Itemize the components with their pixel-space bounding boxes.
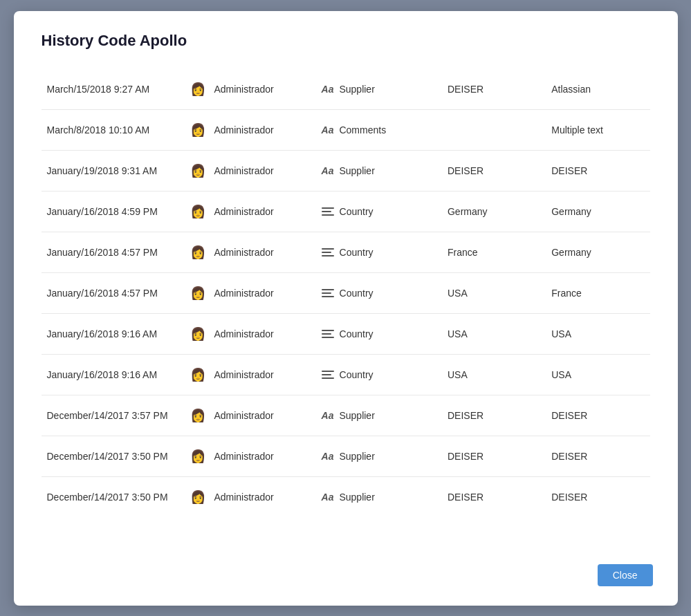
user-name: Administrador	[214, 492, 273, 503]
to-value: USA	[546, 313, 649, 354]
table-row: January/16/2018 4:57 PM 👩 Administrador …	[42, 232, 650, 272]
user-cell: 👩 Administrador	[182, 313, 315, 354]
user-cell: 👩 Administrador	[182, 69, 315, 110]
field-cell: Aa Supplier	[316, 69, 442, 110]
field-cell: Country	[316, 272, 442, 313]
date-cell: December/14/2017 3:50 PM	[42, 476, 183, 517]
date-cell: March/8/2018 10:10 AM	[42, 109, 183, 150]
avatar: 👩	[187, 405, 208, 426]
user-cell: 👩 Administrador	[182, 191, 315, 232]
table-row: December/14/2017 3:50 PM 👩 Administrador…	[42, 436, 650, 476]
user-name: Administrador	[214, 288, 273, 299]
list-field-icon	[322, 330, 334, 338]
from-value: DEISER	[442, 436, 546, 476]
field-label: Country	[340, 369, 374, 380]
from-value: DEISER	[442, 150, 546, 191]
table-row: March/8/2018 10:10 AM 👩 Administrador Aa…	[42, 109, 650, 150]
to-value: DEISER	[546, 436, 649, 476]
history-modal: History Code Apollo March/15/2018 9:27 A…	[14, 11, 678, 606]
field-cell: Aa Supplier	[316, 476, 442, 517]
user-name: Administrador	[214, 451, 273, 462]
table-row: March/15/2018 9:27 AM 👩 Administrador Aa…	[42, 69, 650, 110]
avatar: 👩	[187, 79, 208, 100]
from-value: France	[442, 232, 546, 272]
text-field-icon: Aa	[322, 410, 334, 421]
table-row: January/19/2018 9:31 AM 👩 Administrador …	[42, 150, 650, 191]
from-value: Germany	[442, 191, 546, 232]
date-cell: January/16/2018 9:16 AM	[42, 313, 183, 354]
text-field-icon: Aa	[322, 492, 334, 503]
avatar: 👩	[187, 242, 208, 263]
avatar: 👩	[187, 446, 208, 467]
date-cell: January/16/2018 4:59 PM	[42, 191, 183, 232]
date-cell: January/16/2018 4:57 PM	[42, 272, 183, 313]
from-value: DEISER	[442, 476, 546, 517]
date-cell: January/16/2018 4:57 PM	[42, 232, 183, 272]
field-label: Country	[340, 328, 374, 339]
avatar: 👩	[187, 487, 208, 507]
from-value: DEISER	[442, 395, 546, 436]
to-value: Atlassian	[546, 69, 649, 110]
user-cell: 👩 Administrador	[182, 232, 315, 272]
to-value: Germany	[546, 232, 649, 272]
to-value: DEISER	[546, 476, 649, 517]
text-field-icon: Aa	[322, 124, 334, 136]
field-cell: Aa Supplier	[316, 436, 442, 476]
avatar: 👩	[187, 324, 208, 344]
field-cell: Aa Supplier	[316, 150, 442, 191]
text-field-icon: Aa	[322, 84, 334, 95]
date-cell: January/16/2018 9:16 AM	[42, 354, 183, 395]
user-cell: 👩 Administrador	[182, 354, 315, 395]
close-button[interactable]: Close	[598, 564, 653, 586]
user-cell: 👩 Administrador	[182, 272, 315, 313]
table-row: January/16/2018 9:16 AM 👩 Administrador …	[42, 354, 650, 395]
field-cell: Country	[316, 313, 442, 354]
avatar: 👩	[187, 364, 208, 385]
history-table: March/15/2018 9:27 AM 👩 Administrador Aa…	[42, 69, 650, 517]
to-value: USA	[546, 354, 649, 395]
user-cell: 👩 Administrador	[182, 436, 315, 476]
from-value: USA	[442, 272, 546, 313]
field-label: Supplier	[339, 410, 374, 421]
to-value: Multiple text	[546, 109, 649, 150]
table-row: January/16/2018 9:16 AM 👩 Administrador …	[42, 313, 650, 354]
table-row: December/14/2017 3:57 PM 👩 Administrador…	[42, 395, 650, 436]
field-cell: Aa Supplier	[316, 395, 442, 436]
user-name: Administrador	[214, 247, 273, 258]
from-value	[442, 109, 546, 150]
avatar: 👩	[187, 120, 208, 140]
field-cell: Country	[316, 232, 442, 272]
field-label: Supplier	[339, 492, 374, 503]
user-name: Administrador	[214, 328, 273, 339]
to-value: DEISER	[546, 150, 649, 191]
table-row: January/16/2018 4:59 PM 👩 Administrador …	[42, 191, 650, 232]
avatar: 👩	[187, 283, 208, 304]
avatar: 👩	[187, 160, 208, 181]
user-name: Administrador	[214, 410, 273, 421]
user-name: Administrador	[214, 124, 273, 136]
list-field-icon	[322, 207, 334, 216]
user-name: Administrador	[214, 84, 273, 95]
field-label: Country	[340, 206, 374, 217]
list-field-icon	[322, 248, 334, 256]
from-value: USA	[442, 354, 546, 395]
user-cell: 👩 Administrador	[182, 395, 315, 436]
list-field-icon	[322, 289, 334, 297]
field-cell: Aa Comments	[316, 109, 442, 150]
to-value: France	[546, 272, 649, 313]
field-label: Country	[340, 288, 374, 299]
field-label: Supplier	[339, 165, 374, 176]
avatar: 👩	[187, 201, 208, 222]
user-name: Administrador	[214, 165, 273, 176]
date-cell: January/19/2018 9:31 AM	[42, 150, 183, 191]
user-cell: 👩 Administrador	[182, 109, 315, 150]
date-cell: December/14/2017 3:50 PM	[42, 436, 183, 476]
field-label: Supplier	[339, 451, 374, 462]
to-value: Germany	[546, 191, 649, 232]
date-cell: December/14/2017 3:57 PM	[42, 395, 183, 436]
user-cell: 👩 Administrador	[182, 150, 315, 191]
text-field-icon: Aa	[322, 451, 334, 462]
field-cell: Country	[316, 354, 442, 395]
from-value: DEISER	[442, 69, 546, 110]
modal-title: History Code Apollo	[42, 32, 650, 50]
